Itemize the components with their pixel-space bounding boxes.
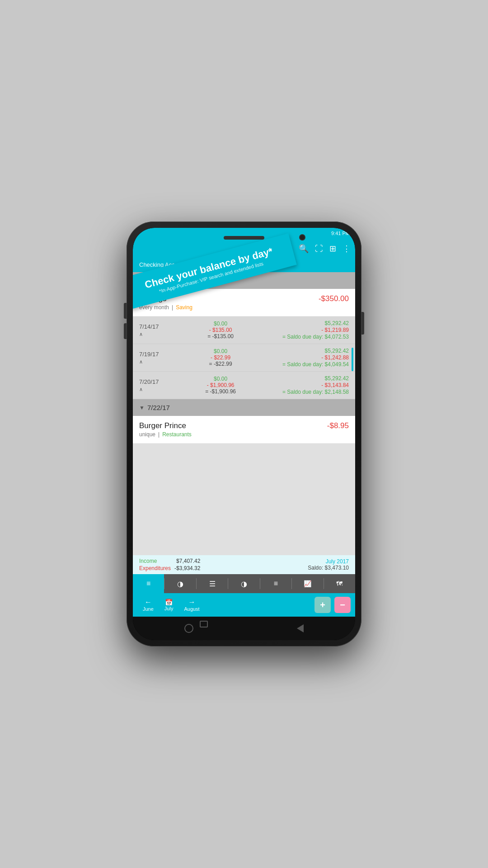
transaction-amount-burger: -$8.95 — [327, 421, 349, 430]
nav-prev-label: June — [143, 606, 154, 612]
saldo-summary: Saldo: $3,473.10 — [308, 565, 349, 571]
expand-icon-714: ∧ — [139, 331, 159, 337]
day-summary-720[interactable]: 7/20/17 ∧ $0.00 - $1,900.96 = -$1,900.96… — [133, 372, 355, 399]
tab-chart-icon: ◑ — [241, 580, 247, 588]
chevron-down-icon-1: ▼ — [139, 278, 145, 284]
transaction-amount-savings: -$350.00 — [319, 294, 349, 303]
content-area: ▼ 7/13/17 Savings -$350.00 every month |… — [133, 272, 355, 555]
income-label: Income — [139, 558, 157, 564]
balance-714: $5,292.42 — [325, 320, 349, 326]
tab-trend[interactable]: 📈 — [292, 574, 323, 593]
transaction-name-savings: Savings — [139, 294, 166, 303]
summary-bar: Income $7,407.42 Expenditures -$3,934.32… — [133, 555, 355, 574]
expand-icon-719: ∧ — [139, 359, 159, 365]
tab-list-icon: ≡ — [146, 580, 150, 588]
chevron-down-icon-2: ▼ — [139, 405, 145, 411]
transaction-burger[interactable]: Burger Prince -$8.95 unique | Restaurant… — [133, 416, 355, 443]
tab-pie-icon: ◑ — [177, 580, 183, 588]
subtract-icon: − — [340, 600, 345, 609]
tab-pie[interactable]: ◑ — [164, 574, 196, 593]
income-value: $7,407.42 — [176, 558, 200, 564]
total-714: = -$135.00 — [159, 333, 282, 340]
income-714: $0.00 — [159, 321, 282, 327]
navigation-bar: ← June 📅 July → August + — [133, 593, 355, 617]
expense-719: - $22.99 — [159, 354, 282, 361]
search-icon[interactable]: 🔍 — [299, 244, 309, 254]
balance-719: $5,292.42 — [325, 348, 349, 354]
nav-next-month[interactable]: → August — [178, 596, 205, 613]
day-date-720: 7/20/17 — [139, 378, 159, 385]
add-button[interactable]: + — [314, 597, 331, 613]
expense-714: - $135.00 — [159, 327, 282, 333]
nav-current-icon: 📅 — [165, 599, 173, 606]
transaction-category-burger: Restaurants — [162, 431, 192, 438]
add-icon: + — [320, 600, 325, 609]
tab-budget-icon: ≡ — [274, 580, 278, 588]
expenditure-value: -$3,934.32 — [174, 565, 200, 571]
tab-list[interactable]: ≡ — [133, 574, 164, 593]
date-group-2[interactable]: ▼ 7/22/17 — [133, 399, 355, 416]
saldo-720: = Saldo due day: $2,148.58 — [282, 389, 349, 395]
tab-trend-icon: 📈 — [304, 580, 311, 587]
day-summary-714[interactable]: 7/14/17 ∧ $0.00 - $135.00 = -$135.00 $5,… — [133, 316, 355, 344]
subtract-button[interactable]: − — [334, 597, 351, 613]
layer-icon[interactable]: ⊞ — [329, 244, 336, 254]
recent-apps-button[interactable] — [200, 621, 208, 627]
system-nav — [133, 617, 355, 640]
date-group-label-2: 7/22/17 — [147, 404, 170, 411]
date-group-1[interactable]: ▼ 7/13/17 — [133, 272, 355, 289]
expand-icon-720: ∧ — [139, 387, 159, 392]
nav-prev-arrow: ← — [145, 598, 152, 606]
home-button[interactable] — [184, 624, 193, 633]
nav-next-label: August — [184, 606, 199, 612]
tab-list2[interactable]: ☰ — [197, 574, 228, 593]
expand-icon[interactable]: ⛶ — [315, 244, 323, 254]
tab-bar: ≡ ◑ ☰ ◑ ≡ 📈 — [133, 574, 355, 593]
transaction-separator-burger: | — [158, 431, 160, 438]
saldo-719: = Saldo due day: $4,049.54 — [282, 361, 349, 368]
balance-change-719: - $1,242.88 — [321, 354, 349, 361]
day-date-719: 7/19/17 — [139, 351, 159, 358]
transaction-category-savings: Saving — [176, 304, 192, 311]
month-label: July 2017 — [308, 558, 349, 565]
day-date-714: 7/14/17 — [139, 323, 159, 330]
transaction-savings[interactable]: Savings -$350.00 every month | Saving — [133, 289, 355, 316]
expense-720: - $1,900.96 — [159, 382, 282, 388]
tab-list2-icon: ☰ — [209, 580, 216, 588]
nav-current-month[interactable]: 📅 July — [159, 597, 179, 613]
balance-change-720: - $3,143.84 — [321, 382, 349, 388]
transaction-separator-savings: | — [172, 304, 173, 311]
balance-720: $5,292.42 — [325, 375, 349, 382]
total-719: = -$22.99 — [159, 361, 282, 367]
tab-budget[interactable]: ≡ — [260, 574, 291, 593]
transaction-recurrence-savings: every month — [139, 304, 169, 311]
total-720: = -$1,900.96 — [159, 388, 282, 395]
expenditure-label: Expenditures — [139, 565, 171, 571]
scroll-indicator — [352, 348, 353, 371]
nav-current-label: July — [164, 606, 174, 611]
income-719: $0.00 — [159, 348, 282, 354]
day-summary-719[interactable]: 7/19/17 ∧ $0.00 - $22.99 = -$22.99 $5,29… — [133, 344, 355, 372]
tab-chart[interactable]: ◑ — [228, 574, 259, 593]
more-icon[interactable]: ⋮ — [343, 244, 351, 254]
nav-next-arrow: → — [188, 598, 196, 606]
account-header: Checking Account 07/2017 — [133, 259, 355, 272]
transaction-name-burger: Burger Prince — [139, 421, 186, 430]
income-720: $0.00 — [159, 376, 282, 382]
toolbar: 🔍 ⛶ ⊞ ⋮ — [133, 239, 355, 259]
account-title: Checking Account 07/2017 — [139, 261, 209, 268]
tab-map[interactable]: 🗺 — [324, 574, 355, 593]
saldo-714: = Saldo due day: $4,072.53 — [282, 334, 349, 340]
status-time: 9:41 PM — [331, 231, 350, 236]
balance-change-714: - $1,219.89 — [321, 327, 349, 333]
transaction-recurrence-burger: unique — [139, 431, 155, 438]
back-button[interactable] — [297, 624, 304, 632]
date-group-label-1: 7/13/17 — [147, 277, 170, 284]
tab-map-icon: 🗺 — [336, 580, 343, 587]
nav-prev-month[interactable]: ← June — [137, 596, 159, 613]
